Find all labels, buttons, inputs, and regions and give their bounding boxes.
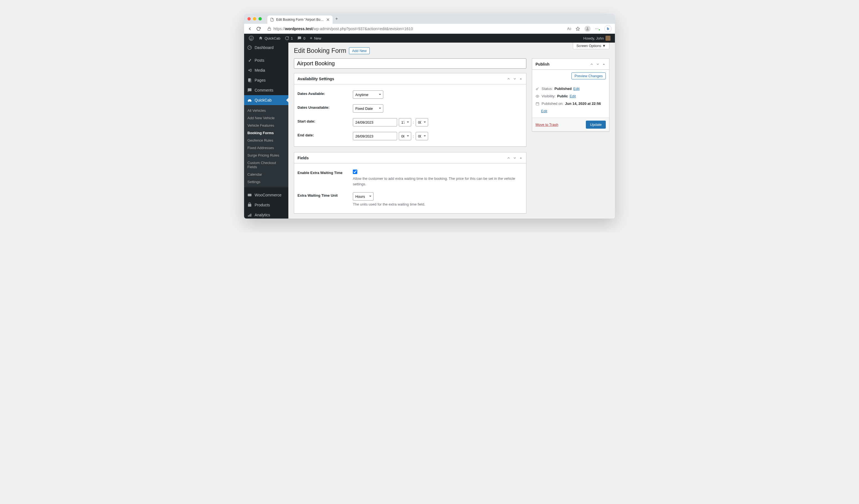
sidebar-item-quickcab[interactable]: QuickCab [244, 95, 288, 105]
svg-point-17 [537, 96, 538, 97]
end-date-label: End date: [298, 132, 353, 140]
wp-logo[interactable] [246, 34, 256, 43]
published-label: Published on: [542, 102, 563, 106]
preview-changes-button[interactable]: Preview Changes [571, 73, 606, 79]
extra-wait-unit-select[interactable]: Hours [353, 192, 374, 201]
admin-sidebar: Dashboard Posts Media Pages Comments Qui… [244, 43, 288, 218]
sidebar-item-pages[interactable]: Pages [244, 75, 288, 85]
post-title-input[interactable] [294, 58, 526, 68]
sidebar-item-label: QuickCab [255, 98, 271, 102]
svg-marker-15 [603, 64, 605, 65]
move-up-icon[interactable] [590, 62, 593, 66]
edit-date-link[interactable]: Edit [541, 109, 547, 113]
submenu-all-vehicles[interactable]: All Vehicles [244, 107, 288, 114]
publish-box: Publish Preview Changes [532, 58, 609, 132]
start-min-select[interactable]: 00 [416, 118, 428, 126]
new-content-link[interactable]: + New [308, 34, 323, 43]
sidebar-item-label: Products [255, 203, 270, 207]
end-hour-select[interactable]: 08 [399, 132, 411, 140]
edit-status-link[interactable]: Edit [573, 87, 579, 91]
sidebar-item-analytics[interactable]: Analytics [244, 210, 288, 218]
sidebar-item-label: Posts [255, 58, 264, 62]
window-controls [247, 17, 262, 20]
submenu-fixed-addresses[interactable]: Fixed Addresses [244, 144, 288, 152]
sidebar-item-label: Comments [255, 88, 273, 92]
start-date-input[interactable] [353, 118, 397, 126]
sidebar-item-media[interactable]: Media [244, 65, 288, 75]
close-window-button[interactable] [247, 17, 251, 20]
sidebar-item-label: Media [255, 68, 265, 73]
dates-available-select[interactable]: Anytime [353, 90, 383, 99]
collapse-icon[interactable] [602, 62, 606, 66]
svg-point-2 [587, 27, 588, 29]
quickcab-icon [247, 97, 252, 103]
submenu-surge-pricing[interactable]: Surge Pricing Rules [244, 152, 288, 159]
submenu-calendar[interactable]: Calendar [244, 171, 288, 178]
svg-marker-1 [576, 27, 579, 30]
sidebar-item-comments[interactable]: Comments [244, 85, 288, 95]
account-menu[interactable]: Howdy, John [581, 36, 613, 41]
submenu-add-vehicle[interactable]: Add New Vehicle [244, 114, 288, 122]
sidebar-item-dashboard[interactable]: Dashboard [244, 43, 288, 52]
sidebar-item-products[interactable]: Products [244, 200, 288, 210]
sidebar-item-label: Dashboard [255, 45, 274, 50]
svg-rect-18 [536, 102, 539, 105]
key-icon [536, 87, 540, 91]
move-up-icon[interactable] [507, 77, 511, 81]
comments-link[interactable]: 0 [295, 34, 307, 43]
start-hour-select[interactable]: 17 [399, 118, 411, 126]
submenu-geofence[interactable]: Geofence Rules [244, 137, 288, 144]
profile-icon[interactable] [585, 26, 590, 32]
end-min-select[interactable]: 00 [416, 132, 428, 140]
sidebar-item-posts[interactable]: Posts [244, 55, 288, 65]
svg-rect-6 [248, 78, 251, 81]
collapse-icon[interactable] [519, 77, 523, 81]
fields-box: Fields Enable Extra Waiting Time [294, 152, 526, 214]
move-down-icon[interactable] [596, 62, 600, 66]
collapse-icon[interactable] [519, 156, 523, 160]
svg-point-5 [248, 70, 250, 71]
site-name-link[interactable]: QuickCab [256, 34, 283, 43]
url-field[interactable]: https://wordpress.test/wp-admin/post.php… [265, 27, 563, 31]
time-colon: : [413, 120, 414, 124]
dates-unavailable-select[interactable]: Fixed Date [353, 104, 383, 112]
update-button[interactable]: Update [586, 121, 606, 128]
publish-title: Publish [536, 62, 590, 66]
back-button[interactable] [247, 26, 252, 31]
extra-wait-checkbox[interactable] [353, 170, 357, 174]
move-down-icon[interactable] [513, 156, 517, 160]
refresh-button[interactable] [256, 27, 261, 31]
add-new-button[interactable]: Add New [349, 47, 370, 54]
bing-icon[interactable]: b [604, 25, 612, 32]
favorite-icon[interactable] [576, 27, 580, 31]
pages-icon [247, 77, 252, 83]
move-to-trash-link[interactable]: Move to Trash [536, 123, 558, 127]
end-date-input[interactable] [353, 132, 397, 140]
browser-tab-bar: Edit Booking Form "Airport Bo… + [244, 14, 615, 24]
close-tab-icon[interactable] [326, 18, 330, 21]
edit-visibility-link[interactable]: Edit [570, 94, 576, 98]
sidebar-item-woocommerce[interactable]: WooCommerce [244, 190, 288, 200]
updates-link[interactable]: 1 [283, 34, 295, 43]
move-down-icon[interactable] [513, 77, 517, 81]
submenu-custom-checkout[interactable]: Custom Checkout Fields [244, 159, 288, 171]
svg-rect-10 [248, 215, 249, 217]
site-info-icon[interactable] [267, 27, 271, 31]
submenu-booking-forms[interactable]: Booking Forms [244, 129, 288, 137]
browser-tab[interactable]: Edit Booking Form "Airport Bo… [267, 15, 333, 24]
extra-wait-label: Enable Extra Waiting Time [298, 170, 353, 187]
submenu-vehicle-features[interactable]: Vehicle Features [244, 122, 288, 129]
time-colon: : [413, 134, 414, 138]
status-value: Published [554, 87, 571, 91]
submenu-settings[interactable]: Settings [244, 178, 288, 186]
more-icon[interactable]: ⋯● [595, 27, 600, 31]
move-up-icon[interactable] [507, 156, 511, 160]
new-tab-button[interactable]: + [335, 16, 338, 21]
maximize-window-button[interactable] [258, 17, 262, 20]
screen-options-toggle[interactable]: Screen Options ▼ [573, 43, 609, 49]
minimize-window-button[interactable] [253, 17, 256, 20]
updates-count: 1 [291, 36, 293, 41]
sidebar-item-label: Analytics [255, 213, 270, 217]
extra-wait-unit-label: Extra Waiting Time Unit [298, 192, 353, 207]
read-aloud-icon[interactable]: A)) [567, 27, 571, 31]
